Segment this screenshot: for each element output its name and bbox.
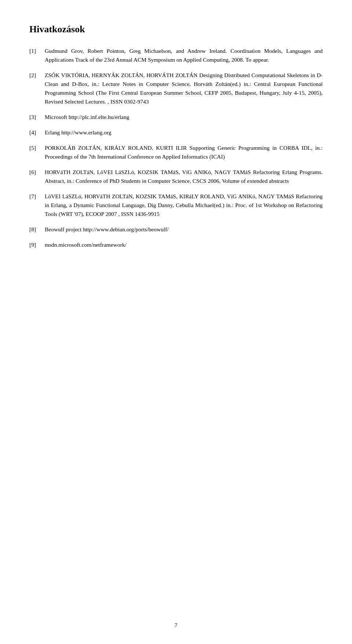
ref-content-2: ZSÓK VIKTÓRIA, HERNYÁK ZOLTÁN, HORVÁTH Z… xyxy=(45,71,323,106)
page-title: Hivatkozások xyxy=(29,22,323,36)
ref-content-4: Erlang http://www.erlang.org xyxy=(45,128,323,137)
ref-number-6: [6] xyxy=(29,168,45,177)
references-list: [1] Gudmund Grov, Robert Pointon, Greg M… xyxy=(29,47,323,249)
list-item: [5] PORKOLÁB ZOLTÁN, KIRÁLY ROLAND, KURT… xyxy=(29,144,323,161)
list-item: [3] Microsoft http://plc.inf.elte.hu/erl… xyxy=(29,113,323,122)
list-item: [7] LöVEI LáSZLó, HORVáTH ZOLTáN, KOZSIK… xyxy=(29,192,323,218)
ref-content-1: Gudmund Grov, Robert Pointon, Greg Micha… xyxy=(45,47,323,64)
ref-number-5: [5] xyxy=(29,144,45,152)
ref-content-6: HORVáTH ZOLTáN, LöVEI LáSZLó, KOZSIK TAM… xyxy=(45,168,323,185)
ref-number-8: [8] xyxy=(29,225,45,234)
list-item: [6] HORVáTH ZOLTáN, LöVEI LáSZLó, KOZSIK… xyxy=(29,168,323,185)
list-item: [9] msdn.microsoft.com/netframework/ xyxy=(29,240,323,249)
ref-number-9: [9] xyxy=(29,240,45,249)
ref-content-7: LöVEI LáSZLó, HORVáTH ZOLTáN, KOZSIK TAM… xyxy=(45,192,323,218)
list-item: [1] Gudmund Grov, Robert Pointon, Greg M… xyxy=(29,47,323,64)
ref-number-3: [3] xyxy=(29,113,45,122)
page: Hivatkozások [1] Gudmund Grov, Robert Po… xyxy=(0,0,352,644)
list-item: [2] ZSÓK VIKTÓRIA, HERNYÁK ZOLTÁN, HORVÁ… xyxy=(29,71,323,106)
ref-number-4: [4] xyxy=(29,128,45,137)
ref-content-8: Beowulf project http://www.debian.org/po… xyxy=(45,225,323,234)
ref-content-9: msdn.microsoft.com/netframework/ xyxy=(45,240,323,249)
ref-number-2: [2] xyxy=(29,71,45,80)
list-item: [4] Erlang http://www.erlang.org xyxy=(29,128,323,137)
ref-number-1: [1] xyxy=(29,47,45,55)
ref-number-7: [7] xyxy=(29,192,45,201)
page-number: 7 xyxy=(175,621,177,630)
ref-content-3: Microsoft http://plc.inf.elte.hu/erlang xyxy=(45,113,323,122)
list-item: [8] Beowulf project http://www.debian.or… xyxy=(29,225,323,234)
ref-content-5: PORKOLÁB ZOLTÁN, KIRÁLY ROLAND, KURTI IL… xyxy=(45,144,323,161)
